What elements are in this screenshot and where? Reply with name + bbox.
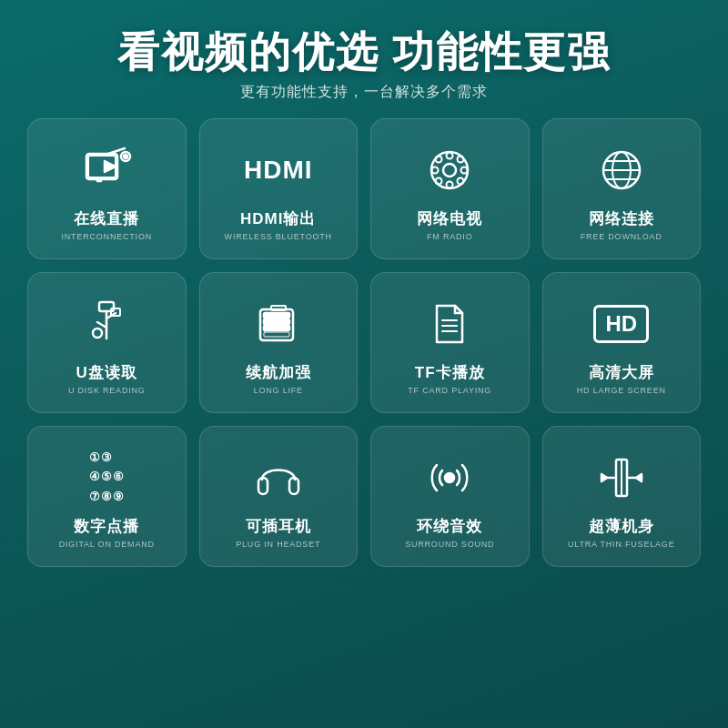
header: 看视频的优选 功能性更强 更有功能性支持，一台解决多个需求 bbox=[117, 27, 612, 102]
tv-icon bbox=[420, 141, 479, 199]
network-icon bbox=[592, 141, 651, 199]
hd-cn-label: 高清大屏 bbox=[589, 362, 654, 383]
main-title: 看视频的优选 功能性更强 bbox=[117, 27, 612, 77]
sub-title: 更有功能性支持，一台解决多个需求 bbox=[117, 83, 612, 102]
svg-line-24 bbox=[97, 322, 106, 328]
network-cn-label: 网络连接 bbox=[589, 208, 654, 229]
live-en-label: INTERCONNECTION bbox=[62, 232, 153, 241]
svg-point-41 bbox=[445, 473, 454, 482]
usb-en-label: U DISK READING bbox=[68, 386, 146, 395]
live-cn-label: 在线直播 bbox=[74, 208, 139, 229]
battery-icon bbox=[249, 295, 308, 353]
feature-card-thin: 超薄机身ULTRA THIN FUSELAGE bbox=[542, 426, 702, 567]
svg-point-9 bbox=[447, 152, 453, 158]
svg-point-6 bbox=[124, 155, 127, 158]
number-en-label: DIGITAL ON DEMAND bbox=[59, 540, 155, 549]
feature-card-number: ①③ ④⑤⑥ ⑦⑧⑨ 数字点播DIGITAL ON DEMAND bbox=[27, 426, 187, 567]
svg-rect-31 bbox=[264, 319, 289, 324]
svg-point-26 bbox=[93, 329, 102, 338]
thin-icon bbox=[592, 449, 651, 507]
feature-card-tv: 网络电视FM RADIO bbox=[370, 118, 530, 259]
svg-point-11 bbox=[432, 167, 439, 173]
svg-marker-46 bbox=[602, 474, 607, 481]
battery-en-label: LONG LIFE bbox=[254, 386, 303, 395]
svg-point-8 bbox=[443, 164, 456, 177]
headphone-icon bbox=[249, 449, 308, 507]
svg-point-12 bbox=[461, 167, 468, 173]
hdmi-en-label: WIRELESS BLUETOOTH bbox=[225, 232, 332, 241]
feature-card-battery: 续航加强LONG LIFE bbox=[199, 272, 359, 413]
surround-en-label: SURROUND SOUND bbox=[405, 540, 494, 549]
hdmi-cn-label: HDMI输出 bbox=[240, 208, 316, 229]
feature-card-network: 网络连接FREE DOWNLOAD bbox=[542, 118, 702, 259]
tv-en-label: FM RADIO bbox=[427, 232, 472, 241]
page-wrapper: 看视频的优选 功能性更强 更有功能性支持，一台解决多个需求 在线直播INTERC… bbox=[0, 0, 728, 728]
feature-card-surround: 环绕音效SURROUND SOUND bbox=[370, 426, 530, 567]
battery-cn-label: 续航加强 bbox=[246, 362, 311, 383]
tf-cn-label: TF卡播放 bbox=[415, 362, 485, 383]
network-en-label: FREE DOWNLOAD bbox=[581, 232, 662, 241]
feature-card-hdmi: HDMIHDMI输出WIRELESS BLUETOOTH bbox=[199, 118, 359, 259]
tf-icon bbox=[420, 295, 479, 353]
hd-en-label: HD LARGE SCREEN bbox=[577, 386, 666, 395]
headphone-en-label: PLUG IN HEADSET bbox=[236, 540, 320, 549]
feature-card-tf: TF卡播放TF CARD PLAYING bbox=[370, 272, 530, 413]
svg-rect-32 bbox=[264, 326, 289, 330]
thin-cn-label: 超薄机身 bbox=[589, 516, 654, 537]
tv-cn-label: 网络电视 bbox=[417, 208, 482, 229]
hdmi-icon: HDMI bbox=[249, 141, 308, 199]
svg-point-10 bbox=[447, 181, 453, 187]
number-cn-label: 数字点播 bbox=[74, 516, 139, 537]
feature-grid: 在线直播INTERCONNECTIONHDMIHDMI输出WIRELESS BL… bbox=[27, 118, 701, 567]
svg-rect-30 bbox=[264, 313, 289, 318]
feature-card-headphone: 可插耳机PLUG IN HEADSET bbox=[199, 426, 359, 567]
feature-card-usb: U盘读取U DISK READING bbox=[27, 272, 187, 413]
surround-icon bbox=[420, 449, 479, 507]
headphone-cn-label: 可插耳机 bbox=[246, 516, 311, 537]
live-icon bbox=[77, 141, 136, 199]
svg-marker-1 bbox=[105, 161, 116, 172]
usb-cn-label: U盘读取 bbox=[76, 362, 137, 383]
thin-en-label: ULTRA THIN FUSELAGE bbox=[568, 540, 674, 549]
tf-en-label: TF CARD PLAYING bbox=[408, 386, 491, 395]
number-icon: ①③ ④⑤⑥ ⑦⑧⑨ bbox=[77, 449, 136, 507]
surround-cn-label: 环绕音效 bbox=[417, 516, 482, 537]
feature-card-hd: HD高清大屏HD LARGE SCREEN bbox=[542, 272, 702, 413]
hd-icon: HD bbox=[592, 295, 651, 353]
svg-rect-29 bbox=[271, 306, 286, 310]
svg-rect-33 bbox=[264, 332, 289, 337]
usb-icon bbox=[77, 295, 136, 353]
svg-marker-47 bbox=[636, 474, 642, 481]
feature-card-live: 在线直播INTERCONNECTION bbox=[27, 118, 187, 259]
